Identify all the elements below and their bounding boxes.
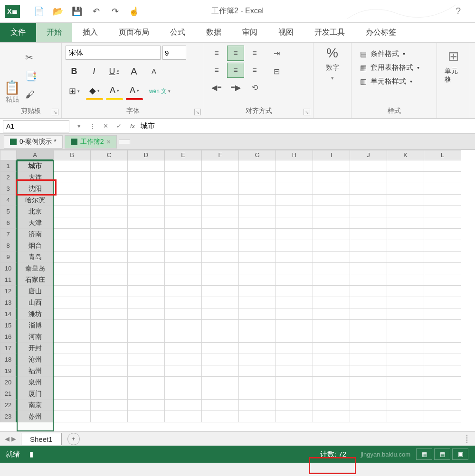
cell[interactable] bbox=[313, 172, 350, 183]
cell[interactable] bbox=[91, 308, 128, 320]
cell[interactable] bbox=[128, 354, 165, 365]
cell[interactable]: 济南 bbox=[17, 229, 54, 240]
cell[interactable] bbox=[128, 411, 165, 422]
cell[interactable] bbox=[165, 297, 202, 308]
row-header[interactable]: 22 bbox=[0, 400, 17, 411]
cell[interactable] bbox=[387, 206, 424, 217]
cell[interactable] bbox=[387, 343, 424, 354]
cell[interactable] bbox=[424, 217, 461, 229]
cell[interactable]: 石家庄 bbox=[17, 274, 54, 286]
cell[interactable] bbox=[313, 411, 350, 422]
cell[interactable] bbox=[239, 229, 276, 240]
align-bottom-button[interactable]: ≡ bbox=[246, 46, 263, 61]
cell[interactable] bbox=[387, 252, 424, 263]
cell[interactable] bbox=[350, 263, 387, 274]
cell[interactable] bbox=[165, 217, 202, 229]
cell[interactable] bbox=[313, 252, 350, 263]
cell[interactable] bbox=[128, 172, 165, 183]
cell[interactable] bbox=[91, 343, 128, 354]
paste-label[interactable]: 粘贴 bbox=[6, 95, 19, 104]
row-header[interactable]: 23 bbox=[0, 411, 17, 422]
col-header-I[interactable]: I bbox=[313, 150, 350, 160]
col-header-F[interactable]: F bbox=[202, 150, 239, 160]
row-header[interactable]: 13 bbox=[0, 297, 17, 308]
cell[interactable] bbox=[387, 365, 424, 377]
cell[interactable]: 福州 bbox=[17, 365, 54, 377]
cell[interactable] bbox=[350, 331, 387, 343]
cell[interactable] bbox=[313, 229, 350, 240]
cell[interactable] bbox=[128, 274, 165, 286]
select-all-corner[interactable] bbox=[0, 150, 17, 160]
cell[interactable] bbox=[350, 252, 387, 263]
row-header[interactable]: 2 bbox=[0, 172, 17, 183]
qat-open[interactable]: 📂 bbox=[48, 2, 67, 21]
cell[interactable] bbox=[128, 240, 165, 252]
col-header-K[interactable]: K bbox=[387, 150, 424, 160]
row-header[interactable]: 4 bbox=[0, 195, 17, 206]
cell[interactable] bbox=[202, 160, 239, 172]
format-painter-icon[interactable]: 🖌 bbox=[25, 89, 37, 100]
cell[interactable] bbox=[54, 308, 91, 320]
row-header[interactable]: 6 bbox=[0, 217, 17, 229]
cell[interactable]: 大连 bbox=[17, 172, 54, 183]
cell[interactable] bbox=[350, 240, 387, 252]
dropdown-icon[interactable]: ▾ bbox=[72, 122, 86, 130]
cell[interactable] bbox=[350, 297, 387, 308]
cell[interactable] bbox=[387, 388, 424, 400]
tab-formulas[interactable]: 公式 bbox=[160, 23, 196, 42]
cell[interactable] bbox=[202, 229, 239, 240]
col-header-A[interactable]: A bbox=[17, 150, 54, 160]
cell[interactable] bbox=[350, 388, 387, 400]
spreadsheet-grid[interactable]: A B C D E F G H I J K L 1城市2大连3沈阳4哈尔滨5北京… bbox=[0, 150, 475, 431]
cell[interactable] bbox=[424, 400, 461, 411]
cell[interactable] bbox=[91, 331, 128, 343]
cell[interactable] bbox=[54, 388, 91, 400]
cell[interactable] bbox=[239, 195, 276, 206]
cell[interactable]: 北京 bbox=[17, 206, 54, 217]
cell[interactable] bbox=[91, 229, 128, 240]
cell[interactable] bbox=[202, 308, 239, 320]
row-header[interactable]: 8 bbox=[0, 240, 17, 252]
cell[interactable] bbox=[239, 160, 276, 172]
cell[interactable] bbox=[91, 172, 128, 183]
cell[interactable] bbox=[202, 217, 239, 229]
cell[interactable] bbox=[91, 320, 128, 331]
col-header-L[interactable]: L bbox=[424, 150, 461, 160]
row-header[interactable]: 19 bbox=[0, 365, 17, 377]
cell[interactable] bbox=[54, 354, 91, 365]
cell[interactable]: 青岛 bbox=[17, 252, 54, 263]
row-header[interactable]: 17 bbox=[0, 343, 17, 354]
cell[interactable] bbox=[350, 377, 387, 388]
cell[interactable] bbox=[276, 172, 313, 183]
cell[interactable] bbox=[276, 229, 313, 240]
cell[interactable] bbox=[165, 365, 202, 377]
cell[interactable] bbox=[424, 206, 461, 217]
cell[interactable] bbox=[202, 252, 239, 263]
qat-undo[interactable]: ↶ bbox=[86, 2, 105, 21]
cell[interactable] bbox=[424, 297, 461, 308]
cell[interactable] bbox=[276, 206, 313, 217]
cell[interactable] bbox=[387, 308, 424, 320]
cell[interactable] bbox=[424, 172, 461, 183]
fx-label[interactable]: fx bbox=[125, 122, 140, 130]
cell[interactable] bbox=[91, 183, 128, 195]
indent-increase-button[interactable]: ≡▶ bbox=[227, 80, 244, 95]
cell-styles-button[interactable]: ▥单元格样式▾ bbox=[360, 77, 428, 86]
sheet-nav-next[interactable]: ▶ bbox=[11, 435, 16, 442]
cell[interactable] bbox=[313, 377, 350, 388]
orientation-button[interactable]: ⟲ bbox=[246, 80, 263, 95]
cell[interactable] bbox=[350, 172, 387, 183]
cell[interactable] bbox=[276, 308, 313, 320]
cell[interactable] bbox=[202, 388, 239, 400]
cell[interactable] bbox=[239, 263, 276, 274]
bold-button[interactable]: B bbox=[66, 63, 83, 80]
cell[interactable] bbox=[313, 217, 350, 229]
cell[interactable] bbox=[239, 400, 276, 411]
cell[interactable] bbox=[239, 286, 276, 297]
indent-decrease-button[interactable]: ◀≡ bbox=[208, 80, 225, 95]
cell[interactable]: 开封 bbox=[17, 343, 54, 354]
cell[interactable] bbox=[128, 252, 165, 263]
cell[interactable] bbox=[165, 331, 202, 343]
cell[interactable] bbox=[313, 240, 350, 252]
border-button[interactable]: ⊞ bbox=[66, 83, 83, 100]
